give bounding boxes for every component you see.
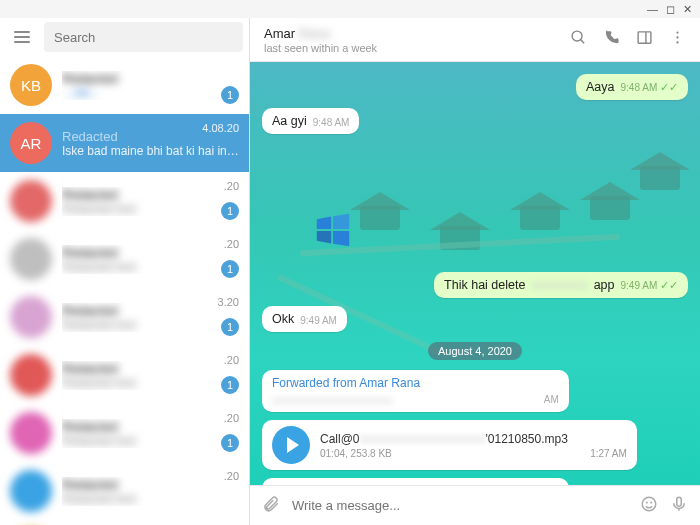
message-bubble-out[interactable]: Thik hai deletexxxxxxxxxapp9:49 AM ✓✓ (434, 272, 688, 298)
avatar (10, 296, 52, 338)
chat-item-date: .20 (224, 180, 239, 192)
windows-logo-watermark (315, 212, 351, 248)
search-icon[interactable] (570, 29, 587, 50)
chat-list-item[interactable]: ARRedactedIske bad maine bhi bat ki hai … (0, 114, 249, 172)
chat-list-item[interactable]: RedactedRedacted text.201 (0, 172, 249, 230)
message-bubble-in[interactable]: Aa gyi9:48 AM (262, 108, 359, 134)
search-input[interactable] (44, 22, 243, 52)
sidebar: KBRedacted…ele...1ARRedactedIske bad mai… (0, 18, 250, 525)
message-bubble-in[interactable]: Okk9:49 AM (262, 306, 347, 332)
emoji-icon[interactable] (640, 495, 658, 517)
chat-list-item[interactable]: RedactedRedacted text (0, 520, 249, 525)
window-close-button[interactable]: ✕ (683, 3, 692, 16)
chat-list-item[interactable]: KBRedacted…ele...1 (0, 56, 249, 114)
unread-badge: 1 (221, 434, 239, 452)
chat-item-name: Redacted (62, 303, 239, 318)
svg-rect-14 (677, 497, 682, 506)
chat-item-preview: Redacted text (62, 376, 239, 390)
svg-point-11 (642, 497, 656, 511)
voice-icon[interactable] (670, 495, 688, 517)
svg-line-1 (581, 40, 585, 44)
chat-item-date: .20 (224, 412, 239, 424)
chat-list[interactable]: KBRedacted…ele...1ARRedactedIske bad mai… (0, 56, 249, 525)
menu-icon[interactable] (6, 21, 38, 53)
chat-item-name: Redacted (62, 187, 239, 202)
svg-marker-9 (317, 231, 331, 244)
play-button[interactable] (272, 426, 310, 464)
read-checks-icon: ✓✓ (660, 279, 678, 291)
call-icon[interactable] (603, 29, 620, 50)
chat-item-preview: Redacted text (62, 434, 239, 448)
chat-list-item[interactable]: RedactedRedacted text.201 (0, 404, 249, 462)
chat-item-name: Redacted (62, 361, 239, 376)
svg-point-5 (676, 36, 678, 38)
svg-point-0 (572, 31, 582, 41)
chat-header: Amar Rana last seen within a week (250, 18, 700, 62)
chat-item-preview: Redacted text (62, 318, 239, 332)
chat-list-item[interactable]: RedactedRedacted text3.201 (0, 288, 249, 346)
svg-marker-10 (333, 231, 349, 246)
chat-item-name: Redacted (62, 71, 239, 86)
avatar: KB (10, 64, 52, 106)
chat-item-preview: Iske bad maine bhi bat ki hai inke… (62, 144, 239, 158)
chat-item-name: Redacted (62, 477, 239, 492)
window-minimize-button[interactable]: — (647, 3, 658, 15)
chat-item-preview: Redacted text (62, 202, 239, 216)
audio-message[interactable]: Call@0xxxxxxxxxxxxxxxxxxxxx'01210850.mp3… (262, 420, 637, 470)
chat-title: Amar Rana (264, 26, 570, 41)
main-panel: Amar Rana last seen within a week (250, 18, 700, 525)
chat-item-name: Redacted (62, 245, 239, 260)
message-bubble-out[interactable]: Aaya9:48 AM ✓✓ (576, 74, 688, 100)
unread-badge: 1 (221, 260, 239, 278)
chat-item-preview: Redacted text (62, 260, 239, 274)
chat-list-item[interactable]: RedactedRedacted text.20 (0, 462, 249, 520)
read-checks-icon: ✓✓ (660, 81, 678, 93)
chat-item-date: 4.08.20 (202, 122, 239, 134)
avatar (10, 470, 52, 512)
date-separator: August 4, 2020 (262, 342, 688, 360)
avatar (10, 412, 52, 454)
sidebar-toggle-icon[interactable] (636, 29, 653, 50)
message-area[interactable]: Aaya9:48 AM ✓✓ Aa gyi9:48 AM Thik hai de… (250, 62, 700, 485)
window-maximize-button[interactable]: ◻ (666, 3, 675, 16)
chat-status: last seen within a week (264, 42, 570, 54)
chat-list-item[interactable]: RedactedRedacted text.201 (0, 346, 249, 404)
attach-icon[interactable] (262, 495, 280, 517)
svg-marker-7 (317, 217, 331, 230)
unread-badge: 1 (221, 86, 239, 104)
chat-item-date: .20 (224, 470, 239, 482)
svg-point-12 (646, 502, 647, 503)
avatar: AR (10, 122, 52, 164)
chat-item-date: 3.20 (218, 296, 239, 308)
svg-point-6 (676, 41, 678, 43)
window-titlebar: — ◻ ✕ (0, 0, 700, 18)
avatar (10, 354, 52, 396)
svg-point-4 (676, 31, 678, 33)
unread-badge: 1 (221, 318, 239, 336)
forwarded-message[interactable]: Forwarded from Amar Ranaxxxxxxxxxxxxxxxx… (262, 370, 569, 412)
chat-item-preview: Redacted text (62, 492, 239, 506)
more-icon[interactable] (669, 29, 686, 50)
svg-rect-2 (638, 32, 651, 43)
chat-item-preview: …ele... (62, 86, 239, 100)
svg-marker-8 (333, 214, 349, 229)
unread-badge: 1 (221, 376, 239, 394)
forwarded-message[interactable]: Forwarded from Amar Rana (262, 478, 569, 485)
message-input-bar (250, 485, 700, 525)
avatar (10, 238, 52, 280)
chat-item-date: .20 (224, 354, 239, 366)
message-input[interactable] (292, 498, 628, 513)
chat-item-name: Redacted (62, 419, 239, 434)
chat-item-date: .20 (224, 238, 239, 250)
avatar (10, 180, 52, 222)
svg-point-13 (651, 502, 652, 503)
chat-list-item[interactable]: RedactedRedacted text.201 (0, 230, 249, 288)
unread-badge: 1 (221, 202, 239, 220)
